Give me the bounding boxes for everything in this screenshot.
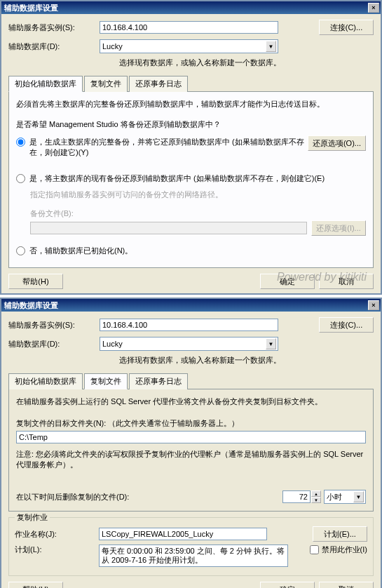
disable-job-checkbox[interactable] — [310, 545, 319, 554]
radio-existing-backup[interactable] — [16, 174, 25, 183]
db-hint: 选择现有数据库，或输入名称新建一个数据库。 — [119, 355, 374, 366]
folder-label: 复制文件的目标文件夹(N): （此文件夹通常位于辅助服务器上。） — [16, 418, 366, 429]
restore-options-button-2: 还原选项(I)... — [311, 220, 366, 236]
folder-note: 注意: 您必须将此文件夹的读写权限授予复制作业的代理帐户（通常是辅助服务器实例上… — [16, 449, 366, 470]
radio-full-backup[interactable] — [16, 138, 25, 147]
delete-unit-value: 小时 — [327, 492, 342, 502]
tab-initialize[interactable]: 初始化辅助数据库 — [8, 373, 83, 389]
help-button[interactable]: 帮助(H) — [8, 274, 63, 289]
db-label: 辅助数据库(D): — [8, 41, 100, 52]
ok-button[interactable]: 确定 — [260, 582, 315, 588]
chevron-down-icon[interactable]: ▼ — [266, 338, 276, 349]
schedule-label: 计划(L): — [15, 544, 99, 555]
dialog-body: 辅助服务器实例(S): 连接(C)... 辅助数据库(D): Lucky ▼ 选… — [1, 14, 381, 293]
close-icon[interactable]: × — [368, 300, 379, 310]
tab-pane-copy: 在辅助服务器实例上运行的 SQL Server 代理作业将文件从备份文件夹复制到… — [8, 389, 374, 512]
dialog-body: 辅助服务器实例(S): 连接(C)... 辅助数据库(D): Lucky ▼ 选… — [1, 312, 381, 588]
tab-bar: 初始化辅助数据库 复制文件 还原事务日志 — [8, 75, 374, 92]
secondary-db-combo[interactable]: Lucky ▼ — [100, 337, 278, 351]
db-hint: 选择现有数据库，或输入名称新建一个数据库。 — [119, 58, 374, 68]
cancel-button[interactable]: 取消 — [319, 582, 374, 588]
tab-initialize[interactable]: 初始化辅助数据库 — [8, 76, 83, 92]
delete-after-value[interactable] — [282, 490, 311, 503]
copy-job-group: 复制作业 作业名称(J): 计划(E)... 计划(L): 每天在 0:00:0… — [8, 517, 374, 576]
cancel-button[interactable]: 取消 — [319, 274, 374, 289]
copy-desc: 在辅助服务器实例上运行的 SQL Server 代理作业将文件从备份文件夹复制到… — [16, 396, 366, 407]
backup-file-label: 备份文件(B): — [30, 208, 366, 219]
secondary-db-value: Lucky — [102, 42, 123, 51]
tab-copy-files[interactable]: 复制文件 — [84, 76, 128, 92]
spinner-up-icon[interactable]: ▲ — [311, 490, 321, 497]
connect-button[interactable]: 连接(C)... — [319, 317, 374, 333]
radio-existing-backup-label: 是，将主数据库的现有备份还原到辅助数据库中 (如果辅助数据库不存在，则创建它)(… — [29, 173, 366, 184]
delete-after-label: 在以下时间后删除复制的文件(D): — [16, 492, 282, 502]
job-name-input[interactable] — [99, 528, 267, 540]
delete-after-spinner[interactable]: ▲ ▼ — [282, 490, 321, 503]
copy-job-group-title: 复制作业 — [15, 512, 50, 523]
folder-input[interactable] — [16, 431, 366, 443]
delete-unit-combo[interactable]: 小时 ▼ — [324, 490, 366, 504]
dialog-1: 辅助数据库设置 × 辅助服务器实例(S): 连接(C)... 辅助数据库(D):… — [0, 0, 382, 295]
window-title: 辅助数据库设置 — [4, 300, 58, 311]
restore-options-button-1[interactable]: 还原选项(O)... — [308, 135, 366, 151]
radio-already-initialized[interactable] — [16, 246, 25, 255]
network-path-hint: 指定指向辅助服务器实例可访问的备份文件的网络路径。 — [30, 189, 366, 200]
title-bar: 辅助数据库设置 × — [1, 299, 381, 312]
chevron-down-icon[interactable]: ▼ — [353, 491, 364, 502]
schedule-button[interactable]: 计划(E)... — [313, 526, 367, 542]
window-title: 辅助数据库设置 — [4, 3, 58, 13]
secondary-db-value: Lucky — [102, 340, 123, 348]
tab-copy-files[interactable]: 复制文件 — [84, 373, 128, 389]
server-instance-input[interactable] — [100, 319, 278, 331]
title-bar: 辅助数据库设置 × — [1, 1, 381, 14]
tab-restore-log[interactable]: 还原事务日志 — [129, 373, 188, 389]
connect-button[interactable]: 连接(C)... — [319, 20, 374, 35]
radio-full-backup-label: 是，生成主数据库的完整备份，并将它还原到辅助数据库中 (如果辅助数据库不存在，则… — [29, 137, 308, 158]
db-label: 辅助数据库(D): — [8, 339, 100, 349]
dialog-2: 辅助数据库设置 × 辅助服务器实例(S): 连接(C)... 辅助数据库(D):… — [0, 298, 382, 588]
schedule-text: 每天在 0:00:00 和 23:59:00 之间、每 2 分钟 执行。将从 2… — [99, 544, 288, 567]
close-icon[interactable]: × — [368, 3, 379, 13]
init-question: 是否希望 Management Studio 将备份还原到辅助数据库中？ — [16, 119, 366, 130]
tab-pane-initialize: 必须首先将主数据库的完整备份还原到辅助数据库中，辅助数据库才能作为日志传送目标。… — [8, 92, 374, 268]
server-label: 辅助服务器实例(S): — [8, 22, 100, 33]
spinner-down-icon[interactable]: ▼ — [311, 497, 321, 503]
tab-restore-log[interactable]: 还原事务日志 — [129, 76, 188, 92]
help-button[interactable]: 帮助(H) — [8, 582, 63, 588]
ok-button[interactable]: 确定 — [260, 274, 315, 289]
init-desc: 必须首先将主数据库的完整备份还原到辅助数据库中，辅助数据库才能作为日志传送目标。 — [16, 99, 366, 109]
tab-bar: 初始化辅助数据库 复制文件 还原事务日志 — [8, 373, 374, 389]
radio-already-initialized-label: 否，辅助数据库已初始化(N)。 — [29, 246, 132, 256]
server-label: 辅助服务器实例(S): — [8, 320, 100, 330]
job-name-label: 作业名称(J): — [15, 529, 99, 540]
disable-job-label: 禁用此作业(I) — [322, 544, 367, 555]
server-instance-input[interactable] — [100, 21, 278, 34]
chevron-down-icon[interactable]: ▼ — [266, 41, 276, 52]
backup-file-input — [30, 222, 307, 234]
secondary-db-combo[interactable]: Lucky ▼ — [100, 39, 278, 53]
